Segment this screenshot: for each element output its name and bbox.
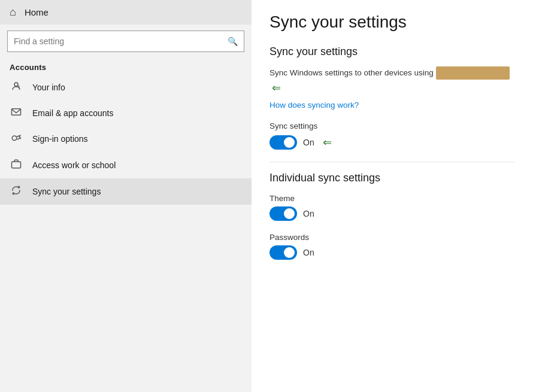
theme-label: Theme <box>270 194 515 203</box>
search-box: 🔍 <box>7 31 244 52</box>
home-label: Home <box>25 7 49 17</box>
sidebar-item-home[interactable]: ⌂ Home <box>0 0 252 25</box>
individual-section-title: Individual sync settings <box>270 172 515 184</box>
passwords-toggle[interactable] <box>270 245 297 260</box>
sidebar-label-work: Access work or school <box>32 160 116 170</box>
sidebar-label-your-info: Your info <box>32 83 65 92</box>
passwords-toggle-thumb <box>284 247 295 258</box>
sidebar-item-work[interactable]: Access work or school <box>0 152 252 178</box>
theme-toggle-track <box>270 206 297 221</box>
arrow-left-icon: ⇐ <box>272 82 281 94</box>
svg-rect-5 <box>12 162 21 168</box>
passwords-toggle-status: On <box>303 248 314 257</box>
sync-toggle[interactable] <box>270 135 297 150</box>
section-divider <box>270 162 515 162</box>
sidebar-item-your-info[interactable]: Your info <box>0 74 252 101</box>
theme-toggle-status: On <box>303 209 314 218</box>
theme-toggle-thumb <box>284 208 295 219</box>
search-button[interactable]: 🔍 <box>228 37 238 46</box>
key-icon <box>10 132 23 145</box>
person-icon <box>10 81 23 94</box>
svg-point-4 <box>12 136 17 141</box>
passwords-label: Passwords <box>270 233 515 242</box>
passwords-setting: Passwords On <box>270 233 515 260</box>
sync-toggle-status: On <box>303 138 314 147</box>
sync-toggle-row: On ⇐ <box>270 135 515 150</box>
sidebar-label-sync: Sync your settings <box>32 187 101 196</box>
email-redacted: ****4546@*****.com <box>436 66 510 80</box>
sidebar-item-sync[interactable]: Sync your settings <box>0 178 252 205</box>
how-does-syncing-link[interactable]: How does syncing work? <box>270 101 515 110</box>
sidebar-label-email: Email & app accounts <box>32 108 113 118</box>
search-input[interactable] <box>14 37 228 46</box>
accounts-heading: Accounts <box>0 58 252 74</box>
sync-arrow-icon: ⇐ <box>323 136 332 149</box>
sidebar-item-email[interactable]: Email & app accounts <box>0 101 252 126</box>
sync-icon <box>10 185 23 198</box>
search-icon: 🔍 <box>228 37 238 46</box>
sidebar-label-signin: Sign-in options <box>32 134 88 144</box>
sidebar-nav: Your info Email & app accounts Sign-in o… <box>0 74 252 205</box>
home-icon: ⌂ <box>10 6 16 19</box>
sync-description: Sync Windows settings to other devices u… <box>270 66 515 98</box>
toggle-track <box>270 135 297 150</box>
sidebar: ⌂ Home 🔍 Accounts Your info <box>0 0 252 392</box>
toggle-thumb <box>284 137 295 148</box>
briefcase-icon <box>10 159 23 172</box>
theme-toggle-row: On <box>270 206 515 221</box>
theme-toggle[interactable] <box>270 206 297 221</box>
svg-point-0 <box>14 83 18 86</box>
search-wrapper: 🔍 <box>0 25 252 58</box>
main-content: Sync your settings Sync your settings Sy… <box>252 0 539 392</box>
sync-settings-label: Sync settings <box>270 121 515 130</box>
sync-section-title: Sync your settings <box>270 45 515 58</box>
passwords-toggle-row: On <box>270 245 515 260</box>
theme-setting: Theme On <box>270 194 515 221</box>
sidebar-item-signin[interactable]: Sign-in options <box>0 126 252 152</box>
page-title: Sync your settings <box>270 12 515 32</box>
email-icon <box>10 107 23 119</box>
svg-rect-3 <box>12 109 21 116</box>
sync-desc-prefix: Sync Windows settings to other devices u… <box>270 68 434 77</box>
passwords-toggle-track <box>270 245 297 260</box>
